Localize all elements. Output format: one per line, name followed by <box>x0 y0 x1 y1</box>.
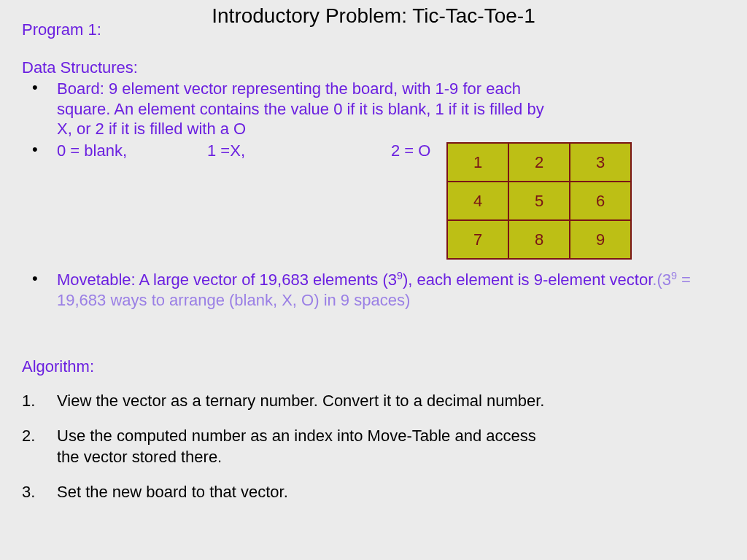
step-text: View the vector as a ternary number. Con… <box>57 392 544 410</box>
algorithm-list: 1. View the vector as a ternary number. … <box>22 390 557 516</box>
step-text: Use the computed number as an index into… <box>57 427 536 467</box>
grid-cell: 6 <box>570 182 631 220</box>
step-number: 3. <box>22 481 50 503</box>
grid-cell: 8 <box>508 220 570 259</box>
step-text: Set the new board to that vector. <box>57 483 288 501</box>
grid-cell: 9 <box>570 220 631 259</box>
grid-cell: 7 <box>447 220 508 259</box>
list-item: 2. Use the computed number as an index i… <box>22 425 557 468</box>
board-grid: 1 2 3 4 5 6 7 8 9 <box>446 142 632 260</box>
o-def: 2 = O <box>391 141 430 160</box>
algorithm-heading: Algorithm: <box>22 357 94 376</box>
program-label: Program 1: <box>22 20 101 39</box>
list-item: Movetable: A large vector of 19,683 elem… <box>22 270 725 310</box>
step-number: 1. <box>22 390 50 412</box>
movetable-list: Movetable: A large vector of 19,683 elem… <box>22 270 725 310</box>
paren-text: .( <box>652 271 662 289</box>
list-item: 3. Set the new board to that vector. <box>22 481 557 503</box>
grid-cell: 2 <box>508 143 570 182</box>
step-number: 2. <box>22 425 50 447</box>
list-item: 1. View the vector as a ternary number. … <box>22 390 557 412</box>
power-exp: 9 <box>671 270 677 281</box>
movetable-text: Movetable: A large vector of 19,683 elem… <box>57 271 388 289</box>
grid-cell: 3 <box>570 143 631 182</box>
blank-def: 0 = blank, <box>57 141 127 160</box>
grid-cell: 5 <box>508 182 570 220</box>
x-def: 1 =X, <box>207 141 245 160</box>
power-base: 3 <box>388 271 397 289</box>
list-item: Board: 9 element vector representing the… <box>22 79 725 139</box>
grid-cell: 1 <box>447 143 508 182</box>
page-title: Introductory Problem: Tic-Tac-Toe-1 <box>0 4 747 28</box>
data-structures-heading: Data Structures: <box>22 58 138 77</box>
power-base: 3 <box>662 271 671 289</box>
movetable-text: ), each element is 9-element vector <box>403 271 652 289</box>
power-exp: 9 <box>397 270 403 281</box>
grid-cell: 4 <box>447 182 508 220</box>
